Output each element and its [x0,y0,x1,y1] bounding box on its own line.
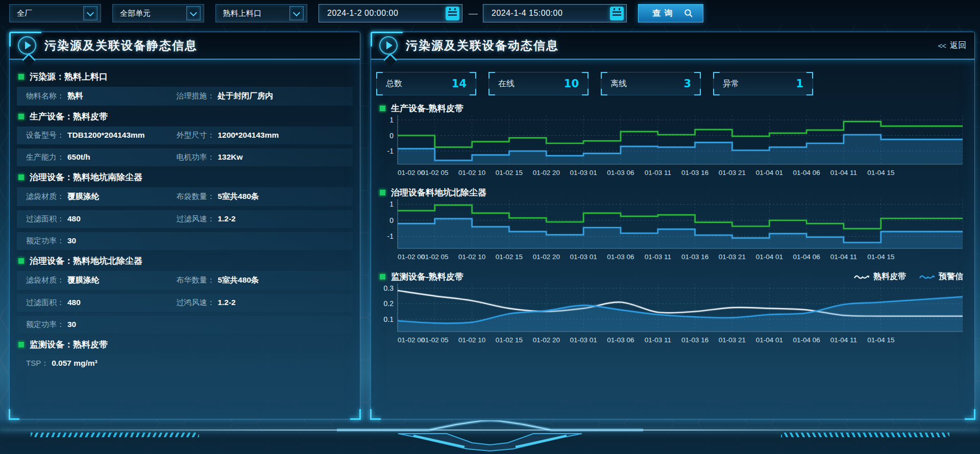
info-cell: 布袋数量：5室共480条 [176,191,353,202]
query-button[interactable]: 查询 [638,4,703,22]
x-tick-label: 01-02 15 [496,169,523,176]
x-tick-label: 01-04 11 [830,336,857,344]
info-cell: 滤袋材质：覆膜涤纶 [26,275,176,286]
charts-area: 生产设备-熟料皮带10-101-02 0001-02 0501-02 1001-… [371,103,974,347]
field-value: 覆膜涤纶 [67,275,99,286]
x-tick-label: 01-03 06 [607,169,634,176]
start-datetime-input[interactable]: 2024-1-2 00:00:00 [318,4,462,22]
stat-value: 10 [564,78,579,90]
info-cell: 额定功率：30 [26,320,176,330]
green-square-icon [379,273,386,280]
field-value: TDB1200*204143mm [67,131,145,140]
stat-corner-accent [582,89,589,95]
x-tick-label: 01-02 20 [533,336,560,344]
stat-corner-accent [806,72,813,79]
green-square-icon [18,113,24,120]
chart-plot-0: 10-101-02 0001-02 0501-02 1001-02 1501-0… [378,115,970,180]
dashboard-root: { "toolbar": { "selects": [ {"value": "全… [0,0,980,454]
field-label: TSP： [26,359,48,368]
panel-corner-accent [370,409,381,420]
info-cell: 设备型号：TDB1200*204143mm [26,131,176,140]
field-value: 480 [67,298,81,307]
info-row: 生产能力：650t/h电机功率：132Kw [17,148,353,166]
wavy-line-icon [854,274,869,280]
green-square-icon [379,189,386,196]
x-tick-label: 01-03 01 [570,336,597,344]
footer-hatch-left [31,433,199,437]
source-select-value: 熟料上料口 [223,9,261,18]
x-tick-label: 01-04 01 [756,336,783,344]
x-tick-label: 01-03 16 [681,336,708,344]
chart-title-row: 治理设备料地坑北除尘器 [379,187,966,198]
section-title: 污染源：熟料上料口 [18,71,352,83]
green-square-icon [18,174,24,181]
field-label: 外型尺寸： [176,131,214,140]
section-title: 治理设备：熟料地坑北除尘器 [18,255,352,267]
x-tick-label: 01-03 16 [681,253,708,261]
dynamic-panel-title: 污染源及关联设备动态信息 [406,38,559,54]
x-tick-label: 01-02 15 [496,253,523,261]
x-tick-label: 01-04 15 [867,336,894,344]
x-tick-label: 01-02 05 [421,169,448,176]
y-tick-label: 0.1 [384,315,394,323]
info-cell: 布华数量：5室共480条 [176,275,353,286]
field-label: 过滤面积： [26,214,64,224]
info-cell: 治理措施：处于封闭厂房内 [176,91,353,102]
section-title-text: 监测设备：熟料皮带 [30,339,108,350]
x-tick-label: 01-04 06 [793,336,820,344]
plant-select[interactable]: 全厂 [9,4,101,22]
calendar-icon[interactable] [610,7,624,20]
y-tick-label: 0.3 [384,284,394,292]
info-cell: 过滤风速：1.2-2 [176,214,353,224]
play-icon [379,36,398,55]
search-icon [684,9,693,18]
footer-emblem [337,420,643,454]
field-label: 生产能力： [26,153,64,162]
info-cell: 滤袋材质：覆膜涤纶 [26,191,176,202]
dynamic-panel-header: 污染源及关联设备动态信息 << 返回 [371,32,974,60]
x-tick-label: 01-04 06 [793,169,820,176]
dynamic-info-panel: 污染源及关联设备动态信息 << 返回 总数14在线10离线3异常1 生产设备-熟… [371,32,975,419]
x-tick-label: 01-03 16 [681,169,708,176]
static-panel-title: 污染源及关联设备静态信息 [44,38,198,54]
chevron-down-icon[interactable] [83,6,97,20]
x-tick-label: 01-03 06 [607,253,634,261]
legend-item-0[interactable]: 熟料皮带 [854,271,906,282]
y-tick-label: 0 [389,216,394,224]
field-value: 650t/h [67,153,90,162]
section-title-text: 治理设备：熟料地坑南除尘器 [30,171,142,183]
x-tick-label: 01-02 15 [496,336,523,344]
stat-value: 1 [796,78,803,90]
unit-select[interactable]: 全部单元 [112,4,204,22]
chart-plot-1: 10-101-02 0001-02 0501-02 1001-02 1501-0… [378,199,970,264]
x-tick-label: 01-04 11 [830,253,857,261]
green-square-icon [379,105,386,112]
field-value: 5室共480条 [217,275,259,286]
field-label: 额定功率： [26,320,64,330]
end-datetime-input[interactable]: 2024-1-4 15:00:00 [483,4,627,22]
info-row: 物料名称：熟料治理措施：处于封闭厂房内 [17,87,353,106]
legend-label: 预警信 [939,271,963,282]
field-label: 额定功率： [26,236,64,246]
field-value: 480 [67,214,81,223]
source-select[interactable]: 熟料上料口 [215,4,307,22]
stat-label: 在线 [498,79,514,89]
field-value: 1.2-2 [217,298,235,307]
chevron-down-icon[interactable] [289,6,304,20]
y-tick-label: 1 [389,200,394,208]
stat-corner-accent [806,89,813,95]
x-tick-label: 01-03 01 [570,169,597,176]
stat-label: 总数 [386,79,402,89]
back-link[interactable]: << 返回 [938,40,966,51]
toolbar: 全厂 全部单元 熟料上料口 2024-1-2 00:00:00 — 2024-1… [0,0,980,27]
calendar-icon[interactable] [446,7,459,20]
stat-corner-accent [470,72,476,79]
info-cell: 电机功率：132Kw [176,153,353,162]
chevron-down-icon[interactable] [186,6,201,20]
legend-item-1[interactable]: 预警信 [919,271,963,282]
field-value: 0.057 mg/m³ [52,359,97,368]
x-tick-label: 01-04 11 [830,169,857,176]
field-label: 过鸿风速： [176,298,214,308]
date-range-separator: — [469,8,478,19]
stat-value: 14 [452,78,467,90]
